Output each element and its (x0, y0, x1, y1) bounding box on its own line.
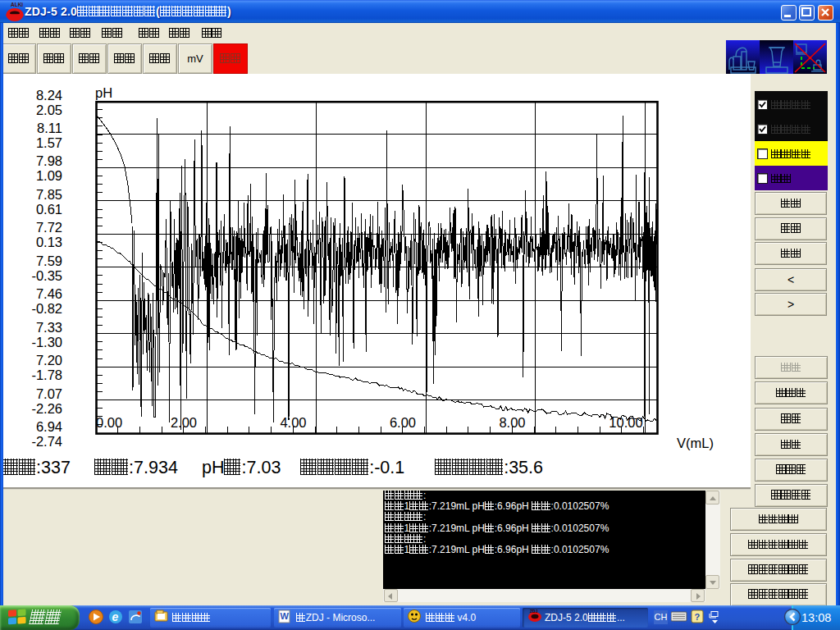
svg-text:7.33: 7.33 (36, 320, 62, 335)
svg-text:-2.26: -2.26 (31, 401, 62, 416)
svg-text:8.11: 8.11 (37, 121, 62, 135)
svg-text:-0.82: -0.82 (31, 301, 62, 316)
svg-text:?: ? (695, 612, 701, 622)
svg-text:7.72: 7.72 (36, 220, 62, 235)
svg-text:7.07: 7.07 (36, 386, 62, 401)
svg-text:1.09: 1.09 (36, 168, 62, 183)
svg-text:0.00: 0.00 (96, 415, 122, 430)
svg-text:7.98: 7.98 (36, 153, 62, 168)
svg-text:7.46: 7.46 (36, 286, 62, 301)
svg-text:4.00: 4.00 (280, 415, 306, 430)
svg-text:7.59: 7.59 (36, 253, 62, 268)
svg-text:V(mL): V(mL) (677, 436, 714, 450)
svg-text:7.20: 7.20 (36, 353, 62, 368)
svg-text:-1.30: -1.30 (31, 335, 62, 349)
svg-text:e: e (112, 610, 119, 623)
svg-text:W: W (281, 611, 290, 621)
svg-text:-0.35: -0.35 (31, 268, 62, 283)
svg-text:ZDJ: ZDJ (530, 609, 538, 614)
svg-text:7.85: 7.85 (36, 187, 62, 202)
svg-text:10.00: 10.00 (609, 415, 642, 430)
svg-text:ALKi: ALKi (11, 2, 23, 7)
svg-text:2.05: 2.05 (36, 103, 62, 117)
svg-text:1.57: 1.57 (36, 135, 62, 150)
svg-text:8.00: 8.00 (499, 415, 525, 430)
svg-text:6.94: 6.94 (36, 419, 62, 434)
svg-text:0.13: 0.13 (36, 235, 62, 249)
svg-text:0.61: 0.61 (36, 202, 62, 217)
svg-text:-1.78: -1.78 (31, 368, 62, 382)
svg-text:pH: pH (95, 85, 112, 100)
svg-text:2.00: 2.00 (171, 415, 197, 430)
svg-text:6.00: 6.00 (390, 415, 416, 430)
svg-text:8.24: 8.24 (36, 88, 62, 103)
svg-text:-2.74: -2.74 (31, 434, 62, 449)
